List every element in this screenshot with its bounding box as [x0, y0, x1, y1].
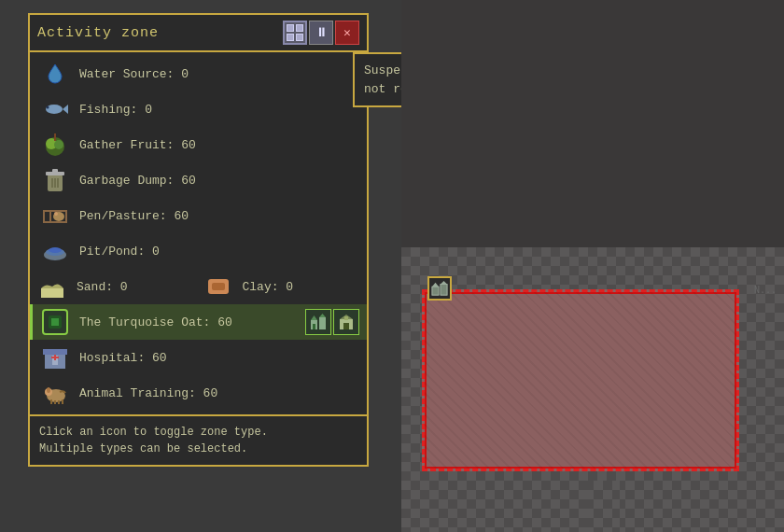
turquoise-oat-icon — [40, 307, 70, 337]
svg-marker-51 — [432, 283, 439, 287]
svg-rect-6 — [54, 133, 56, 141]
activity-row-garbage[interactable]: Garbage Dump: 60 — [30, 162, 367, 198]
svg-rect-45 — [50, 399, 52, 404]
svg-rect-17 — [49, 210, 51, 223]
grid-button[interactable] — [283, 21, 307, 45]
svg-point-2 — [47, 106, 49, 109]
panel-footer: Click an icon to toggle zone type. Multi… — [30, 414, 367, 465]
svg-point-0 — [46, 105, 63, 114]
activity-row-animal[interactable]: Animal Training: 60 — [30, 375, 367, 411]
svg-rect-13 — [43, 221, 67, 223]
svg-rect-14 — [43, 210, 67, 212]
clay-label: Clay: 0 — [243, 280, 360, 294]
activity-panel: Activity zone ⏸ ✕ Water Source: 0 — [28, 13, 369, 467]
garbage-icon — [40, 165, 70, 195]
hospital-label: Hospital: 60 — [79, 351, 359, 365]
svg-rect-36 — [344, 316, 348, 320]
game-map: N... — [401, 0, 784, 532]
zone-area — [422, 289, 739, 471]
water-icon — [40, 59, 70, 89]
sand-label: Sand: 0 — [77, 280, 194, 294]
fruit-icon — [40, 130, 70, 160]
activity-row-pen[interactable]: Pen/Pasture: 60 — [30, 198, 367, 233]
svg-rect-30 — [313, 324, 315, 329]
map-label: N... — [754, 285, 777, 295]
svg-rect-15 — [43, 210, 45, 223]
animal-label: Animal Training: 60 — [79, 386, 359, 400]
pit-icon — [40, 236, 70, 266]
svg-rect-41 — [54, 355, 56, 360]
fishing-label: Fishing: 0 — [79, 103, 359, 117]
sand-icon — [37, 272, 67, 301]
bottom-corridor-texture — [584, 481, 620, 532]
activity-row-water[interactable]: Water Source: 0 — [30, 56, 367, 91]
activity-row-pit[interactable]: Pit/Pond: 0 — [30, 233, 367, 269]
activity-row-hospital[interactable]: Hospital: 60 — [30, 340, 367, 375]
svg-rect-48 — [62, 399, 63, 404]
svg-rect-38 — [43, 349, 67, 355]
hospital-icon — [40, 343, 70, 372]
map-bg-top — [401, 0, 784, 252]
animal-icon — [40, 378, 70, 408]
activity-list: Water Source: 0 Fishing: 0 Gather Fruit:… — [30, 52, 367, 414]
fruit-label: Gather Fruit: 60 — [79, 138, 359, 152]
zone-marker — [427, 276, 452, 301]
svg-rect-46 — [54, 400, 56, 404]
svg-rect-49 — [432, 287, 439, 295]
svg-rect-23 — [41, 288, 63, 298]
svg-rect-50 — [441, 285, 447, 296]
pause-button[interactable]: ⏸ — [309, 21, 333, 45]
panel-header: Activity zone ⏸ ✕ — [30, 15, 367, 52]
footer-line1: Click an icon to toggle zone type. — [39, 424, 357, 441]
turquoise-oat-label: The Turquoise Oat: 60 — [79, 315, 305, 329]
panel-title: Activity zone — [37, 25, 159, 41]
garbage-label: Garbage Dump: 60 — [79, 174, 359, 188]
building-icon-1 — [305, 309, 331, 335]
svg-point-44 — [47, 387, 50, 393]
svg-point-5 — [54, 140, 63, 149]
svg-rect-25 — [212, 283, 225, 290]
svg-marker-32 — [319, 314, 326, 317]
clay-icon — [203, 272, 233, 301]
activity-row-turquoise-oat[interactable]: The Turquoise Oat: 60 — [30, 304, 367, 340]
building-icon-2 — [333, 309, 359, 335]
pen-label: Pen/Pasture: 60 — [79, 209, 359, 223]
svg-marker-31 — [311, 315, 317, 320]
close-button[interactable]: ✕ — [335, 21, 359, 45]
svg-marker-52 — [441, 281, 447, 285]
activity-row-fishing[interactable]: Fishing: 0 — [30, 91, 367, 127]
fish-icon — [40, 94, 70, 124]
header-controls: ⏸ ✕ — [283, 21, 359, 45]
svg-rect-47 — [58, 400, 60, 404]
pit-label: Pit/Pond: 0 — [79, 245, 359, 259]
svg-rect-35 — [343, 323, 349, 329]
activity-row-fruit[interactable]: Gather Fruit: 60 — [30, 127, 367, 162]
turquoise-oat-extra — [305, 309, 359, 335]
svg-rect-29 — [319, 317, 326, 329]
svg-rect-16 — [65, 210, 67, 223]
svg-marker-1 — [63, 105, 68, 114]
footer-line2: Multiple types can be selected. — [39, 441, 357, 457]
pen-icon — [40, 201, 70, 231]
water-label: Water Source: 0 — [79, 67, 359, 81]
svg-point-22 — [49, 247, 62, 253]
activity-row-sand-clay[interactable]: Sand: 0 Clay: 0 — [30, 269, 367, 304]
svg-point-19 — [54, 212, 58, 216]
svg-rect-9 — [52, 169, 58, 173]
